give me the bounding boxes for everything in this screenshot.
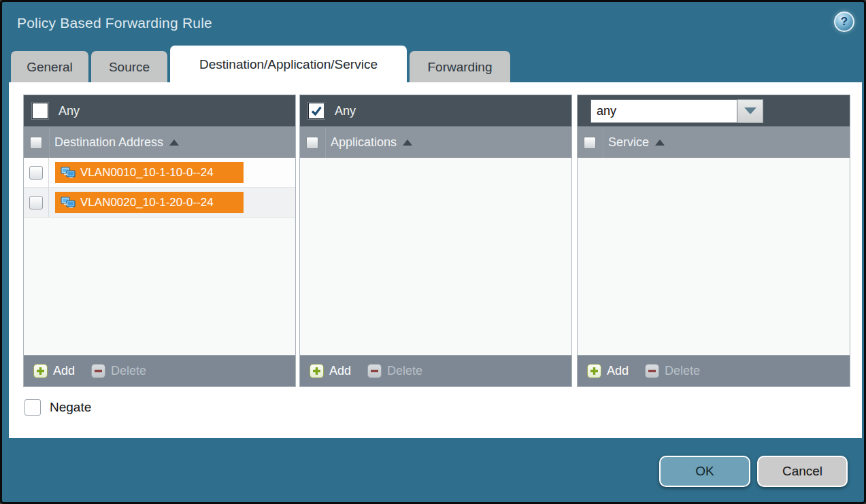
table-row[interactable]: VLAN0010_10-1-10-0--24 bbox=[24, 158, 295, 188]
delete-icon bbox=[367, 364, 382, 378]
negate-row: Negate bbox=[24, 399, 91, 416]
column-separator bbox=[603, 127, 603, 158]
network-icon bbox=[61, 167, 76, 179]
add-icon bbox=[33, 364, 48, 378]
destination-address-list: VLAN0010_10-1-10-0--24 VLAN00 bbox=[24, 158, 295, 355]
row-checkbox-cell bbox=[24, 158, 49, 187]
applications-column-label: Applications bbox=[331, 135, 397, 150]
address-object-chip[interactable]: VLAN0010_10-1-10-0--24 bbox=[55, 162, 244, 183]
destination-address-panel: Any Destination Address bbox=[23, 95, 296, 387]
cancel-button[interactable]: Cancel bbox=[757, 456, 848, 487]
ok-button[interactable]: OK bbox=[659, 456, 750, 487]
service-column-label: Service bbox=[608, 135, 649, 150]
negate-checkbox[interactable] bbox=[24, 399, 41, 416]
help-icon[interactable]: ? bbox=[834, 12, 854, 32]
add-button[interactable]: Add bbox=[310, 364, 351, 378]
column-separator bbox=[49, 127, 50, 158]
chevron-down-icon bbox=[744, 107, 756, 114]
applications-select-all-checkbox[interactable] bbox=[306, 137, 318, 149]
applications-panel-footer: Add Delete bbox=[300, 355, 571, 386]
tab-bar: General Source Destination/Application/S… bbox=[11, 46, 510, 84]
service-panel-footer: Add Delete bbox=[578, 355, 850, 386]
tab-general[interactable]: General bbox=[11, 51, 88, 84]
service-dropdown-bar: any bbox=[578, 95, 850, 127]
destination-any-bar: Any bbox=[24, 95, 295, 127]
applications-any-label: Any bbox=[335, 104, 356, 118]
destination-any-checkbox[interactable] bbox=[32, 103, 48, 119]
dropdown-button[interactable] bbox=[737, 99, 763, 123]
address-object-chip[interactable]: VLAN0020_10-1-20-0--24 bbox=[55, 192, 244, 213]
dialog-title: Policy Based Forwarding Rule bbox=[17, 15, 212, 31]
negate-label: Negate bbox=[50, 400, 91, 415]
tab-forwarding[interactable]: Forwarding bbox=[410, 51, 510, 84]
row-checkbox-cell bbox=[24, 188, 49, 217]
service-type-dropdown[interactable]: any bbox=[590, 99, 763, 123]
sort-ascending-icon bbox=[403, 139, 412, 146]
tab-destination-application-service[interactable]: Destination/Application/Service bbox=[170, 46, 407, 84]
sort-ascending-icon bbox=[169, 139, 179, 146]
destination-panel-footer: Add Delete bbox=[24, 355, 295, 386]
address-object-label: VLAN0020_10-1-20-0--24 bbox=[80, 196, 214, 209]
delete-button[interactable]: Delete bbox=[91, 364, 146, 378]
destination-column-label: Destination Address bbox=[54, 135, 163, 150]
add-icon bbox=[587, 364, 601, 378]
applications-list bbox=[300, 158, 571, 355]
delete-button[interactable]: Delete bbox=[367, 364, 422, 378]
row-checkbox[interactable] bbox=[29, 196, 43, 209]
service-panel: any Service Add D bbox=[577, 95, 850, 387]
add-icon bbox=[310, 364, 324, 378]
network-icon bbox=[61, 197, 76, 209]
service-select-all-checkbox[interactable] bbox=[584, 137, 596, 149]
pbf-rule-dialog: Policy Based Forwarding Rule ? General S… bbox=[0, 0, 866, 504]
address-object-label: VLAN0010_10-1-10-0--24 bbox=[80, 166, 214, 180]
sort-ascending-icon bbox=[655, 139, 665, 146]
add-button[interactable]: Add bbox=[33, 364, 75, 378]
service-column-header[interactable]: Service bbox=[578, 127, 850, 158]
service-list bbox=[578, 158, 850, 355]
destination-column-header[interactable]: Destination Address bbox=[24, 127, 295, 158]
delete-button[interactable]: Delete bbox=[645, 364, 700, 378]
applications-any-checkbox[interactable] bbox=[308, 103, 324, 119]
delete-icon bbox=[91, 364, 105, 378]
applications-column-header[interactable]: Applications bbox=[300, 127, 571, 158]
add-button[interactable]: Add bbox=[587, 364, 629, 378]
table-row[interactable]: VLAN0020_10-1-20-0--24 bbox=[24, 188, 295, 218]
row-checkbox[interactable] bbox=[29, 166, 43, 180]
service-type-dropdown-value[interactable]: any bbox=[590, 99, 737, 123]
applications-panel: Any Applications Add Delete bbox=[299, 95, 572, 387]
column-separator bbox=[325, 127, 326, 158]
destination-any-label: Any bbox=[59, 104, 80, 118]
tab-source[interactable]: Source bbox=[91, 51, 167, 84]
applications-any-bar: Any bbox=[300, 95, 571, 127]
delete-icon bbox=[645, 364, 659, 378]
destination-select-all-checkbox[interactable] bbox=[30, 137, 42, 149]
